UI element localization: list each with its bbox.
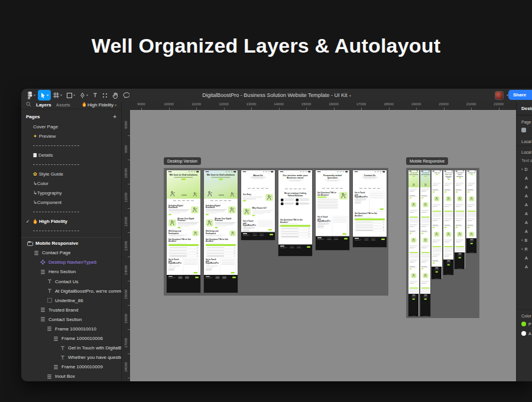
color-style-row[interactable]: P [517,320,532,329]
move-tool[interactable]: ▾ [38,90,51,100]
layer-row[interactable]: Contact Section [21,315,121,324]
style-item[interactable]: ▾R [517,245,532,254]
style-item[interactable]: A [517,227,532,236]
form-box[interactable] [257,221,273,232]
form-input[interactable] [258,223,271,225]
layer-row[interactable]: At DigitalBoostPro, we're committed to..… [21,286,121,296]
page-item-style-guide[interactable]: ✿Style Guide [21,170,121,179]
style-item[interactable]: ▾B [517,236,532,245]
style-item[interactable]: A [517,209,532,218]
faq-row[interactable] [355,229,385,232]
form-input[interactable] [370,193,383,194]
desktop-frame[interactable]: About UsOur StoryWhy Choose Us?Get in To… [241,170,275,240]
mobile-frame[interactable]: We love to find solutions [408,170,419,316]
faq-row[interactable] [206,252,236,254]
page-item-details[interactable]: Details [21,151,121,160]
page-item-high-fidelity[interactable]: ✓High Fidelity [21,217,121,226]
faq-row[interactable] [206,249,236,252]
form-input[interactable] [333,218,346,219]
desktop-frame[interactable]: Our services make your Business easierWe… [278,170,312,256]
mobile-frame[interactable]: About Us [432,170,442,279]
layer-row[interactable]: Contact Page [21,248,121,258]
page-item-cover-page[interactable]: Cover Page [21,122,121,132]
faq-row[interactable] [355,226,385,229]
form-input[interactable] [333,221,346,222]
ruler-horizontal[interactable]: 9000100001100012000130001400015000160001… [122,102,516,110]
form-input[interactable] [258,222,271,223]
page-item-preview[interactable]: ✦Preview [21,132,121,141]
desktop-frame[interactable]: We love to find solutionsUnlocking Digit… [204,170,238,293]
layer-row[interactable]: Inout Box [21,372,121,381]
section-label-mobile[interactable]: Mobile Responsive [406,157,448,165]
form-input[interactable] [258,225,271,226]
mobile-frame[interactable]: Frequently asked questions [455,170,465,269]
section-label-desktop[interactable]: Desktop Version [164,157,201,165]
faq-row[interactable] [280,228,310,230]
text-tool[interactable] [90,90,100,100]
avatar[interactable] [495,91,504,100]
pen-tool[interactable]: ▾ [77,90,90,100]
form-box[interactable] [183,258,198,275]
form-input[interactable] [221,260,234,261]
page-item--color[interactable]: ↳Color [21,179,121,189]
search-icon[interactable] [26,102,31,108]
style-item[interactable]: A [517,174,532,183]
form-input[interactable] [333,219,346,221]
color-style-row[interactable]: A [517,329,532,339]
layer-row[interactable]: Contact Us [21,277,121,286]
actions-tool[interactable] [100,90,110,100]
faq-row[interactable] [355,223,385,226]
form-input[interactable] [370,195,383,196]
style-item[interactable]: ▾D [517,165,532,174]
faq-row[interactable] [206,247,236,249]
layer-row[interactable]: Trusted Brand [21,305,121,315]
desktop-frame[interactable]: Frequently asked questionsGot Questions?… [316,170,349,250]
style-item[interactable]: A [517,183,532,192]
layer-row[interactable]: Frame 1000010006 [21,334,121,343]
form-input[interactable] [221,264,234,265]
form-input[interactable] [184,264,197,265]
form-input[interactable] [184,260,197,261]
layer-row[interactable]: Underline_86 [21,296,121,305]
canvas[interactable]: 9000100001100012000130001400015000160001… [122,102,516,381]
faq-row[interactable] [168,252,199,254]
page-color-row[interactable] [517,126,532,135]
style-item[interactable]: A [517,262,532,271]
form-box[interactable] [332,216,347,236]
faq-row[interactable] [168,247,199,249]
style-item[interactable]: A [517,254,532,262]
hand-tool[interactable] [110,90,121,100]
add-page-icon[interactable]: + [113,114,116,120]
tab-layers[interactable]: Layers [36,102,51,108]
mobile-frame[interactable]: Contact Us [466,170,477,253]
layer-row[interactable]: Desktop Navber/Type6 [21,258,121,267]
form-input[interactable] [370,197,383,198]
layer-row[interactable]: Frame 1000010009 [21,362,121,372]
faq-row[interactable] [280,233,310,235]
form-box[interactable] [369,192,384,212]
share-button[interactable]: Share [508,90,532,100]
tab-assets[interactable]: Assets [56,102,70,108]
faq-row[interactable] [280,236,310,238]
ruler-vertical[interactable]: 8000900010000110001200013000140001500016… [122,110,130,381]
form-box[interactable] [220,258,235,275]
layer-row[interactable]: Mobile Responsive [21,239,121,248]
shape-tool[interactable]: ▾ [64,90,77,100]
page-item--component[interactable]: ↳Component [21,198,121,208]
faq-row[interactable] [168,249,199,252]
desktop-frame[interactable]: We love to find solutionsUnlocking Digit… [167,170,200,293]
layer-row[interactable]: Get in Touch with DigitalBoos... [21,343,121,353]
style-item[interactable]: A [517,218,532,227]
comment-tool[interactable] [121,90,132,100]
frame-tool[interactable]: ▾ [51,90,64,100]
mobile-frame[interactable]: Our services make your Business easier [443,170,454,275]
mobile-frame[interactable]: We love to find solutions [420,170,431,316]
desktop-frame[interactable]: Contact UsGet in Touch with DigitalBoost… [353,170,387,247]
style-item[interactable]: A [517,200,532,209]
form-input[interactable] [184,261,197,262]
page-fidelity-dropdown[interactable]: High Fidelity ▾ [82,102,116,108]
style-item[interactable]: A [517,192,532,200]
form-input[interactable] [221,261,234,262]
main-menu-icon[interactable]: ▾ [25,90,38,100]
faq-row[interactable] [280,230,310,232]
